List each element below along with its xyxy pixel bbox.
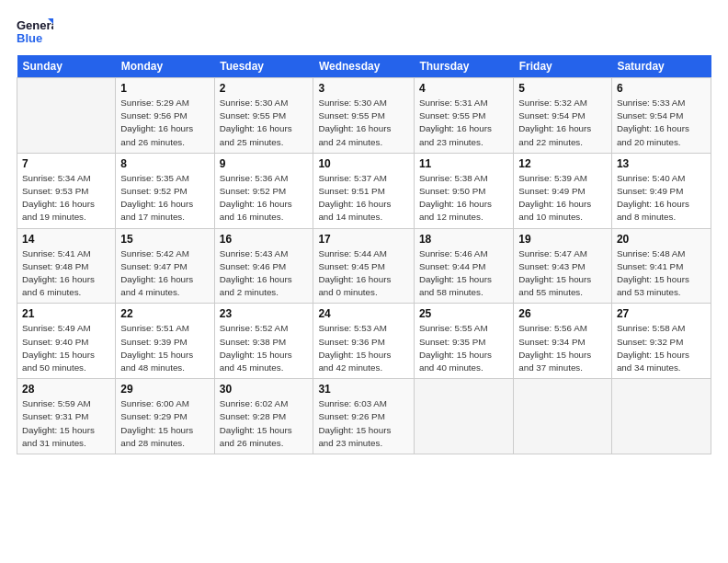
calendar-cell <box>611 379 711 454</box>
day-detail: Sunrise: 5:53 AMSunset: 9:36 PMDaylight:… <box>318 322 409 374</box>
calendar-cell: 13Sunrise: 5:40 AMSunset: 9:49 PMDayligh… <box>611 153 711 228</box>
day-detail: Sunrise: 5:30 AMSunset: 9:55 PMDaylight:… <box>318 97 409 149</box>
day-number: 15 <box>120 233 209 246</box>
day-number: 17 <box>318 233 409 246</box>
day-detail: Sunrise: 5:55 AMSunset: 9:35 PMDaylight:… <box>419 322 508 374</box>
calendar-table: SundayMondayTuesdayWednesdayThursdayFrid… <box>17 55 711 454</box>
day-detail: Sunrise: 5:29 AMSunset: 9:56 PMDaylight:… <box>120 97 209 149</box>
calendar-cell: 3Sunrise: 5:30 AMSunset: 9:55 PMDaylight… <box>313 78 415 154</box>
day-detail: Sunrise: 6:03 AMSunset: 9:26 PMDaylight:… <box>318 397 409 450</box>
weekday-header-saturday: Saturday <box>611 55 711 78</box>
day-detail: Sunrise: 6:00 AMSunset: 9:29 PMDaylight:… <box>120 397 209 450</box>
calendar-cell: 26Sunrise: 5:56 AMSunset: 9:34 PMDayligh… <box>514 304 612 379</box>
weekday-header-sunday: Sunday <box>17 55 116 78</box>
day-number: 23 <box>220 307 309 320</box>
calendar-cell: 22Sunrise: 5:51 AMSunset: 9:39 PMDayligh… <box>116 304 214 379</box>
calendar-cell: 18Sunrise: 5:46 AMSunset: 9:44 PMDayligh… <box>414 228 513 304</box>
calendar-cell <box>514 379 612 454</box>
calendar-cell: 14Sunrise: 5:41 AMSunset: 9:48 PMDayligh… <box>17 228 116 304</box>
calendar-cell: 12Sunrise: 5:39 AMSunset: 9:49 PMDayligh… <box>514 153 612 228</box>
day-number: 6 <box>617 82 706 95</box>
day-detail: Sunrise: 5:44 AMSunset: 9:45 PMDaylight:… <box>318 247 409 300</box>
calendar-cell: 5Sunrise: 5:32 AMSunset: 9:54 PMDaylight… <box>514 78 612 154</box>
calendar-cell: 25Sunrise: 5:55 AMSunset: 9:35 PMDayligh… <box>414 304 513 379</box>
day-number: 7 <box>22 157 110 170</box>
calendar-container: GeneralBlue SundayMondayTuesdayWednesday… <box>0 0 728 563</box>
day-detail: Sunrise: 5:36 AMSunset: 9:52 PMDaylight:… <box>220 172 309 224</box>
calendar-cell: 23Sunrise: 5:52 AMSunset: 9:38 PMDayligh… <box>214 304 313 379</box>
calendar-cell: 20Sunrise: 5:48 AMSunset: 9:41 PMDayligh… <box>611 228 711 304</box>
day-detail: Sunrise: 5:58 AMSunset: 9:32 PMDaylight:… <box>617 322 706 374</box>
header: GeneralBlue <box>17 17 711 46</box>
day-number: 27 <box>617 307 706 320</box>
weekday-header-wednesday: Wednesday <box>313 55 415 78</box>
day-number: 24 <box>318 307 409 320</box>
day-number: 22 <box>120 307 209 320</box>
week-row-3: 21Sunrise: 5:49 AMSunset: 9:40 PMDayligh… <box>17 304 711 379</box>
day-number: 18 <box>419 233 508 246</box>
week-row-0: 1Sunrise: 5:29 AMSunset: 9:56 PMDaylight… <box>17 78 711 154</box>
svg-text:General: General <box>17 18 53 32</box>
day-number: 2 <box>220 82 309 95</box>
day-number: 1 <box>120 82 209 95</box>
day-detail: Sunrise: 5:31 AMSunset: 9:55 PMDaylight:… <box>419 97 508 149</box>
day-detail: Sunrise: 5:33 AMSunset: 9:54 PMDaylight:… <box>617 97 706 149</box>
weekday-header-thursday: Thursday <box>414 55 513 78</box>
day-number: 29 <box>120 383 209 396</box>
calendar-cell: 4Sunrise: 5:31 AMSunset: 9:55 PMDaylight… <box>414 78 513 154</box>
calendar-cell: 30Sunrise: 6:02 AMSunset: 9:28 PMDayligh… <box>214 379 313 454</box>
logo-svg: GeneralBlue <box>17 17 53 46</box>
day-detail: Sunrise: 5:42 AMSunset: 9:47 PMDaylight:… <box>120 247 209 300</box>
day-detail: Sunrise: 5:35 AMSunset: 9:52 PMDaylight:… <box>120 172 209 224</box>
day-detail: Sunrise: 5:32 AMSunset: 9:54 PMDaylight:… <box>518 97 607 149</box>
day-detail: Sunrise: 5:43 AMSunset: 9:46 PMDaylight:… <box>220 247 309 300</box>
calendar-cell: 31Sunrise: 6:03 AMSunset: 9:26 PMDayligh… <box>313 379 415 454</box>
calendar-cell: 11Sunrise: 5:38 AMSunset: 9:50 PMDayligh… <box>414 153 513 228</box>
day-number: 3 <box>318 82 409 95</box>
day-number: 20 <box>617 233 706 246</box>
day-number: 8 <box>120 157 209 170</box>
svg-text:Blue: Blue <box>17 31 42 45</box>
calendar-cell: 19Sunrise: 5:47 AMSunset: 9:43 PMDayligh… <box>514 228 612 304</box>
day-number: 28 <box>22 383 110 396</box>
day-number: 5 <box>518 82 607 95</box>
day-number: 19 <box>518 233 607 246</box>
day-number: 21 <box>22 307 110 320</box>
day-number: 26 <box>518 307 607 320</box>
calendar-cell: 2Sunrise: 5:30 AMSunset: 9:55 PMDaylight… <box>214 78 313 154</box>
week-row-1: 7Sunrise: 5:34 AMSunset: 9:53 PMDaylight… <box>17 153 711 228</box>
day-number: 4 <box>419 82 508 95</box>
day-detail: Sunrise: 5:37 AMSunset: 9:51 PMDaylight:… <box>318 172 409 224</box>
day-number: 16 <box>220 233 309 246</box>
day-number: 12 <box>518 157 607 170</box>
calendar-cell <box>414 379 513 454</box>
calendar-cell: 8Sunrise: 5:35 AMSunset: 9:52 PMDaylight… <box>116 153 214 228</box>
logo: GeneralBlue <box>17 17 53 46</box>
weekday-header-friday: Friday <box>514 55 612 78</box>
calendar-cell: 24Sunrise: 5:53 AMSunset: 9:36 PMDayligh… <box>313 304 415 379</box>
calendar-cell: 28Sunrise: 5:59 AMSunset: 9:31 PMDayligh… <box>17 379 116 454</box>
calendar-cell: 27Sunrise: 5:58 AMSunset: 9:32 PMDayligh… <box>611 304 711 379</box>
day-number: 9 <box>220 157 309 170</box>
calendar-cell: 17Sunrise: 5:44 AMSunset: 9:45 PMDayligh… <box>313 228 415 304</box>
day-number: 14 <box>22 233 110 246</box>
day-detail: Sunrise: 5:47 AMSunset: 9:43 PMDaylight:… <box>518 247 607 300</box>
day-detail: Sunrise: 5:41 AMSunset: 9:48 PMDaylight:… <box>22 247 110 300</box>
day-detail: Sunrise: 5:34 AMSunset: 9:53 PMDaylight:… <box>22 172 110 224</box>
calendar-cell: 16Sunrise: 5:43 AMSunset: 9:46 PMDayligh… <box>214 228 313 304</box>
day-number: 30 <box>220 383 309 396</box>
day-number: 10 <box>318 157 409 170</box>
day-detail: Sunrise: 5:46 AMSunset: 9:44 PMDaylight:… <box>419 247 508 300</box>
day-detail: Sunrise: 5:39 AMSunset: 9:49 PMDaylight:… <box>518 172 607 224</box>
day-number: 25 <box>419 307 508 320</box>
day-detail: Sunrise: 6:02 AMSunset: 9:28 PMDaylight:… <box>220 397 309 450</box>
day-detail: Sunrise: 5:49 AMSunset: 9:40 PMDaylight:… <box>22 322 110 374</box>
calendar-cell: 15Sunrise: 5:42 AMSunset: 9:47 PMDayligh… <box>116 228 214 304</box>
weekday-header-monday: Monday <box>116 55 214 78</box>
calendar-cell: 1Sunrise: 5:29 AMSunset: 9:56 PMDaylight… <box>116 78 214 154</box>
calendar-cell: 9Sunrise: 5:36 AMSunset: 9:52 PMDaylight… <box>214 153 313 228</box>
day-number: 31 <box>318 383 409 396</box>
day-detail: Sunrise: 5:30 AMSunset: 9:55 PMDaylight:… <box>220 97 309 149</box>
day-number: 11 <box>419 157 508 170</box>
calendar-cell <box>17 78 116 154</box>
